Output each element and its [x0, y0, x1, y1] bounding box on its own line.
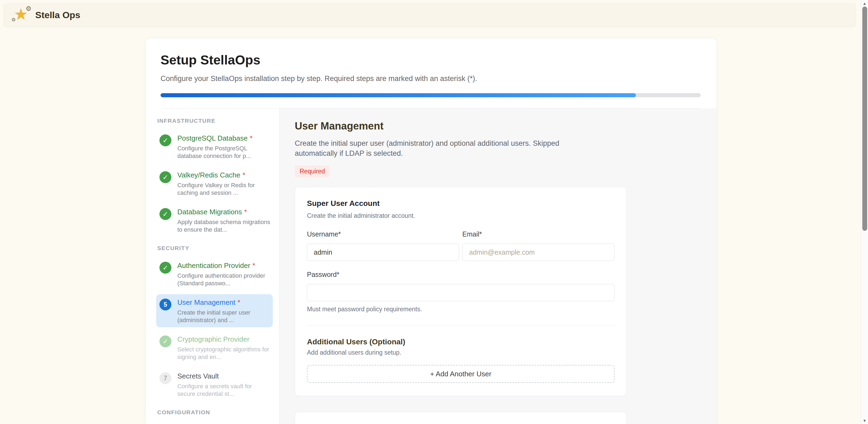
progress-fill — [160, 93, 636, 97]
star-icon: ★ — [14, 6, 28, 23]
card-subtitle: Create the initial administrator account… — [307, 212, 615, 220]
step-content-pane: User Management Create the initial super… — [280, 108, 716, 424]
password-input[interactable] — [307, 284, 615, 301]
sidebar-item-user-management[interactable]: 5 User Management* Create the initial su… — [156, 294, 273, 327]
sidebar-item-database-migrations[interactable]: ✓ Database Migrations* Apply database sc… — [156, 204, 273, 237]
email-input[interactable] — [462, 243, 615, 261]
scrollbar-thumb[interactable] — [862, 6, 867, 231]
password-label: Password* — [307, 271, 615, 279]
step-description: Configure the PostgreSQL database connec… — [177, 145, 271, 160]
stellaops-logo-icon: ⚙ ⚙ ★ — [13, 6, 30, 23]
step-description: Create the initial super user (administr… — [177, 309, 271, 324]
sidebar-item-secrets-vault[interactable]: 7 Secrets Vault Configure a secrets vaul… — [156, 368, 273, 401]
step-title: Database Migrations* — [177, 208, 271, 216]
step-description: Select cryptographic algorithms for sign… — [177, 346, 271, 361]
step-title: User Management* — [177, 298, 271, 307]
page-subtitle: Configure your StellaOps installation st… — [160, 74, 701, 83]
check-circle-icon: ✓ — [159, 335, 172, 347]
section-label-security: SECURITY — [157, 245, 273, 252]
required-badge: Required — [295, 166, 330, 177]
step-description: Configure Valkey or Redis for caching an… — [177, 182, 271, 197]
step-title: Secrets Vault — [177, 372, 271, 380]
step-heading: User Management — [295, 120, 716, 132]
step-description-text: Create the initial super user (administr… — [295, 138, 598, 159]
step-title: Valkey/Redis Cache* — [177, 171, 271, 180]
required-asterisk: * — [244, 208, 247, 216]
required-asterisk: * — [238, 298, 240, 306]
email-label: Email* — [462, 230, 615, 238]
required-asterisk: * — [250, 134, 252, 142]
page-title: Setup StellaOps — [160, 53, 701, 67]
username-label: Username* — [307, 230, 459, 238]
add-another-user-button[interactable]: + Add Another User — [307, 365, 615, 383]
card-title: Super User Account — [307, 199, 615, 208]
check-circle-icon: ✓ — [159, 208, 172, 220]
validation-checks-title: Validation Checks — [307, 423, 615, 424]
sidebar-item-authentication-provider[interactable]: ✓ Authentication Provider* Configure aut… — [156, 257, 273, 290]
setup-progress-bar — [160, 93, 701, 97]
required-asterisk: * — [252, 261, 255, 269]
scroll-down-arrow-icon[interactable]: ▼ — [861, 418, 868, 423]
scroll-up-arrow-icon[interactable]: ▲ — [861, 1, 868, 6]
step-title: Authentication Provider* — [177, 261, 271, 270]
sidebar-item-valkey-redis-cache[interactable]: ✓ Valkey/Redis Cache* Configure Valkey o… — [156, 167, 273, 200]
step-description: Apply database schema migrations to ensu… — [177, 218, 271, 233]
additional-users-heading: Additional Users (Optional) — [307, 337, 615, 346]
username-input[interactable] — [307, 243, 459, 261]
section-label-infrastructure: INFRASTRUCTURE — [157, 118, 273, 124]
step-number-badge: 7 — [159, 372, 172, 384]
check-circle-icon: ✓ — [159, 262, 172, 274]
step-description: Configure authentication provider (Stand… — [177, 272, 271, 287]
validation-checks-card: Validation Checks connectivity Check pas… — [295, 412, 627, 424]
setup-wizard-card: Setup StellaOps Configure your StellaOps… — [146, 38, 716, 424]
sidebar-item-cryptographic-provider[interactable]: ✓ Cryptographic Provider Select cryptogr… — [156, 331, 273, 364]
check-circle-icon: ✓ — [159, 171, 172, 183]
additional-users-subtitle: Add additional users during setup. — [307, 349, 615, 356]
step-title: Cryptographic Provider — [177, 335, 271, 344]
top-app-bar: ⚙ ⚙ ★ Stella Ops — [4, 3, 856, 27]
card-divider — [307, 325, 615, 326]
step-description: Configure a secrets vault for secure cre… — [177, 383, 271, 398]
password-helper-text: Must meet password policy requirements. — [307, 305, 615, 313]
section-label-configuration: CONFIGURATION — [157, 409, 273, 416]
steps-sidebar: INFRASTRUCTURE ✓ PostgreSQL Database* Co… — [146, 108, 280, 424]
wizard-header: Setup StellaOps Configure your StellaOps… — [146, 38, 716, 108]
step-number-badge: 5 — [159, 299, 172, 311]
required-asterisk: * — [242, 171, 245, 179]
check-circle-icon: ✓ — [159, 134, 172, 146]
vertical-scrollbar: ▲ ▼ — [861, 0, 868, 424]
sidebar-item-postgresql-database[interactable]: ✓ PostgreSQL Database* Configure the Pos… — [156, 130, 273, 163]
step-title: PostgreSQL Database* — [177, 134, 271, 142]
brand-title: Stella Ops — [35, 10, 80, 20]
super-user-account-card: Super User Account Create the initial ad… — [295, 187, 627, 396]
